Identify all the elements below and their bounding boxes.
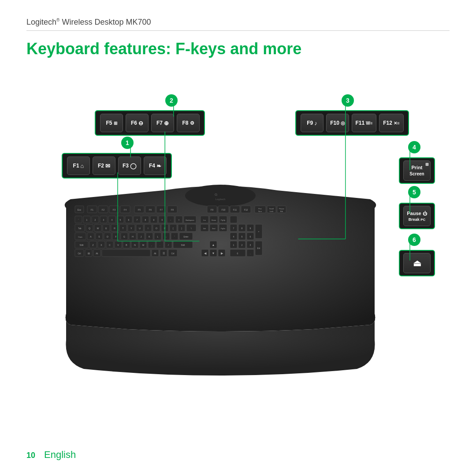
svg-text:Alt: Alt [154, 253, 156, 255]
svg-text:2: 2 [242, 244, 243, 246]
svg-text:F12: F12 [244, 208, 248, 211]
svg-text:5: 5 [120, 219, 121, 221]
svg-text:4: 4 [233, 235, 234, 238]
svg-text:1: 1 [86, 219, 88, 221]
svg-text:▲: ▲ [212, 243, 215, 246]
brand-title: Logitech® Wireless Desktop MK700 [26, 18, 151, 26]
svg-text:F2: F2 [102, 208, 104, 211]
callout-3: 3 [342, 94, 354, 107]
callout-4: 4 [408, 141, 420, 153]
svg-text:Shift: Shift [181, 244, 185, 246]
svg-text:R: R [114, 227, 115, 230]
key-eject: ⏏ [403, 253, 431, 273]
svg-text:Shift: Shift [79, 244, 84, 246]
svg-text:+: + [258, 230, 260, 233]
svg-text:G: G [215, 193, 217, 197]
key-f12: F12 ✕≡ [379, 114, 404, 132]
svg-text:C: C [109, 244, 111, 246]
page-title: Keyboard features: F-keys and more [26, 40, 450, 58]
svg-text:Brk: Brk [280, 210, 283, 212]
svg-text:H: H [132, 235, 134, 238]
svg-text:Del: Del [203, 227, 206, 230]
svg-rect-199 [102, 249, 150, 257]
svg-text:Caps: Caps [78, 236, 82, 238]
key-f11: F11 W≡ [352, 114, 376, 132]
svg-text:Tab: Tab [78, 227, 82, 230]
svg-text:2: 2 [95, 219, 96, 221]
svg-text:,: , [151, 244, 152, 246]
svg-text:T: T [122, 227, 123, 230]
svg-text:7: 7 [137, 219, 138, 221]
svg-text:': ' [175, 235, 175, 238]
svg-text:F11: F11 [233, 208, 237, 211]
svg-text:U: U [139, 227, 141, 230]
svg-text:F8: F8 [171, 208, 174, 211]
brand-name: Logitech [26, 18, 56, 26]
svg-text:F1: F1 [91, 208, 93, 211]
svg-text:F9: F9 [211, 208, 213, 211]
svg-text:3: 3 [250, 244, 251, 246]
svg-rect-84 [230, 216, 237, 223]
svg-point-11 [185, 185, 256, 207]
svg-text:▼: ▼ [212, 252, 215, 255]
svg-text:Scrn: Scrn [258, 210, 262, 212]
svg-text:Scroll: Scroll [269, 208, 274, 210]
key-f10: F10 ◎ [326, 114, 349, 132]
key-f4: F4 ❧ [144, 156, 167, 175]
svg-text:Logitech: Logitech [216, 198, 226, 201]
page-number: 10 [26, 451, 35, 460]
svg-text:D: D [107, 235, 108, 238]
svg-text:Alt: Alt [96, 253, 98, 255]
key-print-screen: Print Screen ⊞ [403, 160, 431, 181]
language-label: English [44, 449, 76, 461]
key-f7: F7 ⊕ [151, 114, 174, 132]
key-f1: F1 ⌂ [67, 156, 90, 175]
svg-text:End: End [212, 227, 215, 230]
key-f5: F5 ⊞ [100, 114, 123, 132]
svg-text:Z: Z [92, 244, 93, 246]
svg-text:Enter: Enter [184, 236, 189, 238]
key-f8: F8 ⚙ [177, 114, 200, 132]
svg-text:0: 0 [162, 219, 163, 221]
svg-text:F10: F10 [222, 208, 226, 211]
footer: 10 English [26, 449, 76, 461]
svg-text:8: 8 [145, 219, 146, 221]
callout-2: 2 [165, 94, 178, 107]
key-pause-break: Pause ⏻ Break PC [403, 206, 431, 226]
svg-text:Home: Home [212, 219, 216, 221]
key-group-3: F9 ♪ F10 ◎ F11 W≡ F12 ✕≡ [295, 110, 409, 136]
svg-text:L: L [157, 235, 159, 238]
svg-text:7: 7 [233, 227, 234, 230]
key-group-5: Pause ⏻ Break PC [399, 203, 435, 229]
svg-text:☰: ☰ [163, 252, 165, 255]
svg-text:6: 6 [128, 219, 130, 221]
key-f6: F6 ⊖ [126, 114, 149, 132]
svg-text:N: N [134, 244, 136, 246]
svg-text:=: = [178, 219, 180, 221]
svg-text:Lock: Lock [270, 210, 273, 212]
svg-text:F6: F6 [149, 208, 152, 211]
diagram-area: 1 F1 ⌂ F2 ✉ F3 ◯ F4 ❧ 2 [26, 71, 450, 415]
svg-text:W: W [97, 227, 99, 230]
callout-6: 6 [408, 234, 420, 246]
svg-text:6: 6 [250, 235, 251, 238]
key-group-6: ⏏ [399, 250, 435, 276]
svg-text:PgUp: PgUp [221, 219, 226, 221]
key-f9: F9 ♪ [301, 114, 324, 132]
svg-text:9: 9 [250, 227, 251, 230]
header-section: Logitech® Wireless Desktop MK700 [26, 18, 450, 31]
svg-text:PgDn: PgDn [221, 227, 225, 230]
svg-text:;: ; [166, 235, 166, 238]
keyboard-svg: G Logitech Esc F1 F2 F3 F4 F5 F6 [48, 173, 392, 376]
svg-text:Backspace: Backspace [186, 219, 194, 221]
svg-text:Ctrl: Ctrl [171, 253, 175, 255]
keyboard-image: G Logitech Esc F1 F2 F3 F4 F5 F6 [48, 173, 392, 376]
svg-text:F3: F3 [113, 208, 115, 211]
svg-text:⊞: ⊞ [88, 252, 90, 255]
key-f2: F2 ✉ [93, 156, 115, 175]
svg-text:0: 0 [237, 252, 238, 255]
product-name: Wireless Desktop MK700 [60, 18, 151, 26]
key-group-2: F5 ⊞ F6 ⊖ F7 ⊕ F8 ⚙ [95, 110, 205, 136]
svg-text:8: 8 [242, 227, 243, 230]
callout-1: 1 [121, 137, 134, 149]
